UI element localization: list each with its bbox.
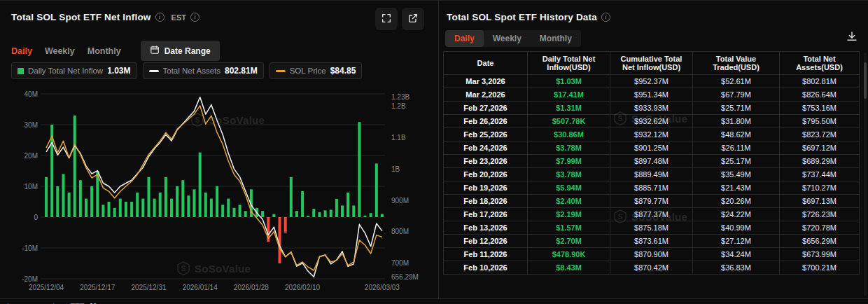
daily-inflow-cell: $507.78K <box>528 115 610 128</box>
value-traded-cell: $25.17M <box>693 155 780 168</box>
legend-daily-net-inflow[interactable]: Daily Total Net Inflow 1.03M <box>11 62 137 79</box>
net-assets-cell: $697.12M <box>780 141 860 155</box>
calendar-icon <box>150 45 160 57</box>
date-cell: Feb 10,2026 <box>444 261 528 275</box>
table-row[interactable]: Feb 23,2026$7.99M$897.48M$25.17M$689.29M <box>444 155 860 168</box>
svg-text:0: 0 <box>34 214 38 221</box>
cumulative-inflow-cell: $879.77M <box>610 195 693 208</box>
table-row[interactable]: Mar 3,2026$1.03M$952.37M$52.61M$802.81M <box>444 75 860 88</box>
net-assets-cell: $673.99M <box>780 248 860 261</box>
fullscreen-button[interactable] <box>375 8 398 30</box>
date-cell: Feb 25,2026 <box>444 128 528 141</box>
table-row[interactable]: Feb 19,2026$5.94M$885.71M$21.43M$710.27M <box>444 181 860 195</box>
table-row[interactable]: Feb 25,2026$30.86M$932.12M$48.62M$823.72… <box>444 128 860 141</box>
table-row[interactable]: Feb 17,2026$2.19M$877.37M$24.22M$726.23M <box>444 208 860 221</box>
table-title-info-icon[interactable]: i <box>601 13 610 22</box>
value-traded-cell: $27.12M <box>693 235 780 248</box>
svg-text:2025/12/04: 2025/12/04 <box>29 284 64 291</box>
chart-title: Total SOL Spot ETF Net Inflow <box>11 12 151 22</box>
table-row[interactable]: Feb 12,2026$2.70M$873.61M$27.12M$656.29M <box>444 235 860 248</box>
net-inflow-chart-canvas[interactable]: 40M30M20M10M0-10M-20M1.23B1.2B1.1B1B900M… <box>0 78 439 296</box>
cumulative-inflow-cell: $897.48M <box>610 155 693 168</box>
date-cell: Feb 24,2026 <box>444 141 528 155</box>
tab-monthly[interactable]: Monthly <box>88 46 121 56</box>
value-traded-cell: $24.22M <box>693 208 780 221</box>
svg-text:900M: 900M <box>391 197 409 205</box>
net-assets-cell: $697.13M <box>780 195 860 208</box>
daily-inflow-cell: $5.94M <box>528 181 610 195</box>
net-assets-cell: $689.29M <box>780 155 860 168</box>
cumulative-inflow-cell: $901.25M <box>610 141 693 155</box>
tab-monthly[interactable]: Monthly <box>531 30 581 47</box>
column-header: Date <box>444 52 528 75</box>
net-assets-cell: $753.16M <box>780 102 860 115</box>
tab-daily[interactable]: Daily <box>445 30 484 47</box>
fullscreen-icon <box>381 13 392 26</box>
est-info-icon[interactable]: i <box>190 13 200 22</box>
right-axis-labels: 1.23B1.2B1.1B1B900M800M700M656.29M <box>391 93 419 281</box>
svg-text:40M: 40M <box>24 90 38 98</box>
chart-tabs: Daily Weekly Monthly Date Range <box>11 41 220 61</box>
chart-actions <box>375 8 424 30</box>
table-row[interactable]: Feb 11,2026$478.90K$870.90M$34.24M$673.9… <box>444 248 860 261</box>
est-label: EST <box>172 13 186 22</box>
date-cell: Feb 20,2026 <box>444 168 528 181</box>
left-axis-labels: 40M30M20M10M0-10M-20M <box>22 90 38 283</box>
chart-header: Total SOL Spot ETF Net Inflow i EST i <box>11 12 200 22</box>
legend-label: Total Net Assets <box>163 67 220 75</box>
column-header: Cumulative Total Net Inflow(USD) <box>610 52 693 75</box>
svg-text:10M: 10M <box>24 183 38 191</box>
cumulative-inflow-cell: $889.49M <box>610 168 693 181</box>
date-range-button[interactable]: Date Range <box>141 41 220 61</box>
green-square-swatch-icon <box>18 68 24 74</box>
legend-total-net-assets[interactable]: Total Net Assets 802.81M <box>143 62 264 79</box>
tab-weekly[interactable]: Weekly <box>45 46 75 56</box>
orange-line-swatch-icon <box>276 70 286 72</box>
history-table: DateDaily Total Net Inflow(USD)Cumulativ… <box>443 51 860 275</box>
download-button[interactable] <box>844 29 860 46</box>
daily-inflow-cell: $30.86M <box>528 128 610 141</box>
svg-text:1.2B: 1.2B <box>391 102 406 110</box>
legend-label: Daily Total Net Inflow <box>28 67 103 75</box>
value-traded-cell: $67.79M <box>693 88 780 102</box>
date-cell: Feb 18,2026 <box>444 195 528 208</box>
tab-daily[interactable]: Daily <box>11 46 32 56</box>
chart-title-info-icon[interactable]: i <box>155 13 164 22</box>
daily-inflow-bars[interactable] <box>45 116 384 263</box>
daily-inflow-cell: $1.03M <box>528 75 610 88</box>
table-title: Total SOL Spot ETF History Data <box>447 12 597 22</box>
legend-sol-price[interactable]: SOL Price $84.85 <box>270 62 363 79</box>
date-cell: Feb 12,2026 <box>444 235 528 248</box>
table-row[interactable]: Feb 18,2026$2.40M$879.77M$20.26M$697.13M <box>444 195 860 208</box>
x-axis-labels: 2025/12/042025/12/172025/12/312026/01/14… <box>29 284 400 291</box>
table-row[interactable]: Feb 24,2026$3.78M$901.25M$26.11M$697.12M <box>444 141 860 155</box>
chart-legend: Daily Total Net Inflow 1.03M Total Net A… <box>11 62 362 79</box>
daily-inflow-cell: $8.43M <box>528 261 610 275</box>
date-cell: Mar 2,2026 <box>444 88 528 102</box>
daily-inflow-cell: $2.70M <box>528 235 610 248</box>
column-header: Total Value Traded(USD) <box>693 52 780 75</box>
cumulative-inflow-cell: $933.93M <box>610 102 693 115</box>
share-button[interactable] <box>402 8 424 30</box>
column-header: Total Net Assets(USD) <box>780 52 860 75</box>
daily-inflow-cell: $3.78M <box>528 168 610 181</box>
net-assets-cell: $826.64M <box>780 88 860 102</box>
date-cell: Feb 17,2026 <box>444 208 528 221</box>
table-row[interactable]: Feb 26,2026$507.78K$932.62M$31.80M$795.5… <box>444 115 860 128</box>
table-row[interactable]: Mar 2,2026$17.41M$951.34M$67.79M$826.64M <box>444 88 860 102</box>
table-row[interactable]: Feb 10,2026$8.43M$870.42M$36.83M$700.21M <box>444 261 860 275</box>
legend-value: 1.03M <box>107 66 130 76</box>
svg-text:2026/03/03: 2026/03/03 <box>365 284 400 291</box>
cumulative-inflow-cell: $932.12M <box>610 128 693 141</box>
table-row[interactable]: Feb 20,2026$3.78M$889.49M$35.49M$737.44M <box>444 168 860 181</box>
table-row[interactable]: Feb 13,2026$1.57M$875.18M$40.99M$720.78M <box>444 221 860 235</box>
history-data-panel: Total SOL Spot ETF History Data i Daily … <box>440 1 868 298</box>
net-assets-cell: $656.29M <box>780 235 860 248</box>
value-traded-cell: $20.26M <box>693 195 780 208</box>
table-row[interactable]: Feb 27,2026$1.31M$933.93M$25.71M$753.16M <box>444 102 860 115</box>
daily-inflow-cell: $7.99M <box>528 155 610 168</box>
tab-weekly[interactable]: Weekly <box>484 30 531 47</box>
table-scrollbar-thumb[interactable] <box>864 62 867 99</box>
download-icon <box>846 34 858 45</box>
date-cell: Feb 19,2026 <box>444 181 528 195</box>
